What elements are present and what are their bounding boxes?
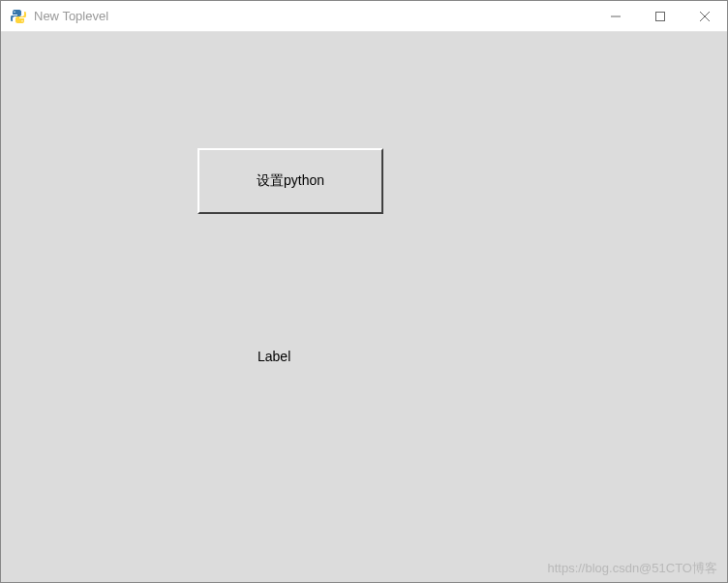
window-title: New Toplevel [34, 9, 108, 23]
client-area: 设置python Label https://blog.csdn@51CTO博客 [1, 32, 727, 582]
app-icon [11, 9, 26, 24]
window-controls [593, 1, 727, 32]
set-python-button[interactable]: 设置python [197, 148, 383, 214]
title-bar: New Toplevel [1, 1, 727, 32]
minimize-button[interactable] [593, 1, 638, 32]
close-button[interactable] [682, 1, 727, 32]
maximize-button[interactable] [638, 1, 682, 32]
watermark: https://blog.csdn@51CTO博客 [547, 560, 717, 577]
svg-rect-1 [656, 13, 665, 21]
label-text: Label [258, 349, 290, 364]
